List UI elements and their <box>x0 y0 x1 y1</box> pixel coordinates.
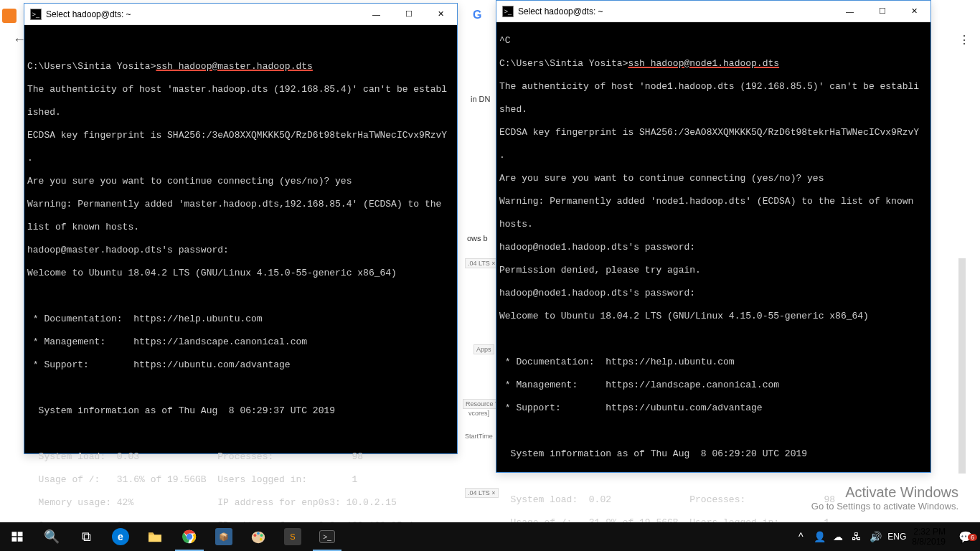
chrome-menu-icon[interactable]: ⋮ <box>958 33 970 47</box>
taskbar[interactable]: 🔍 ⧉ e 📦 S >_ ^ 👤 ☁ 🖧 🔊 ENG 2:32 PM 8/8/2… <box>0 522 980 551</box>
ssh-command: ssh hadoop@master.hadoop.dts <box>156 61 312 72</box>
paint-icon <box>250 528 267 545</box>
terminal-icon: >_ <box>30 9 42 20</box>
task-view-icon: ⧉ <box>82 529 91 545</box>
svg-point-10 <box>260 534 263 537</box>
bg-text-owsb: ows b <box>467 234 488 242</box>
minimize-button[interactable]: — <box>834 1 866 22</box>
paint-button[interactable] <box>241 522 275 551</box>
close-button[interactable]: ✕ <box>425 4 457 24</box>
chrome-icon <box>181 528 198 545</box>
search-icon: 🔍 <box>44 529 60 545</box>
cmd-button[interactable]: >_ <box>310 522 344 551</box>
network-icon[interactable]: 🖧 <box>850 531 863 542</box>
file-explorer-button[interactable] <box>138 522 172 551</box>
bg-label-starttime: StartTime <box>463 432 495 441</box>
edge-button[interactable]: e <box>103 522 138 551</box>
terminal-output[interactable]: C:\Users\Sintia Yosita>ssh hadoop@master… <box>24 25 457 551</box>
volume-icon[interactable]: 🔊 <box>869 531 882 542</box>
search-button[interactable]: 🔍 <box>34 522 69 551</box>
virtualbox-icon: 📦 <box>215 528 232 545</box>
terminal-window-master[interactable]: >_ Select hadoop@dts: ~ — ☐ ✕ C:\Users\S… <box>24 3 458 454</box>
task-view-button[interactable]: ⧉ <box>69 522 103 551</box>
titlebar[interactable]: >_ Select hadoop@dts: ~ — ☐ ✕ <box>496 1 930 22</box>
maximize-button[interactable]: ☐ <box>866 1 898 22</box>
windows-icon <box>9 528 26 545</box>
activate-windows-watermark: Activate Windows Go to Settings to activ… <box>811 484 958 512</box>
language-indicator[interactable]: ENG <box>887 532 900 542</box>
svg-rect-3 <box>18 537 23 542</box>
svg-rect-2 <box>12 537 17 542</box>
clock-date: 8/8/2019 <box>912 537 946 547</box>
edge-icon: e <box>112 528 129 545</box>
clock[interactable]: 2:32 PM 8/8/2019 <box>906 527 951 547</box>
window-title: Select hadoop@dts: ~ <box>518 6 834 17</box>
cmd-icon: >_ <box>319 530 335 543</box>
sublime-button[interactable]: S <box>275 522 310 551</box>
tray-chevron-icon[interactable]: ^ <box>794 531 807 542</box>
svg-rect-0 <box>12 532 17 536</box>
svg-point-8 <box>254 534 257 537</box>
clock-time: 2:32 PM <box>912 527 946 537</box>
chrome-button[interactable] <box>172 522 207 551</box>
system-tray[interactable]: ^ 👤 ☁ 🖧 🔊 ENG <box>788 531 906 542</box>
bg-text-dn: in DN <box>471 95 491 103</box>
action-center-button[interactable]: 💬 6 <box>951 530 980 544</box>
people-icon[interactable]: 👤 <box>813 531 826 542</box>
virtualbox-button[interactable]: 📦 <box>207 522 241 551</box>
close-button[interactable]: ✕ <box>898 1 930 22</box>
minimize-button[interactable]: — <box>360 4 392 24</box>
maximize-button[interactable]: ☐ <box>392 4 425 24</box>
svg-point-11 <box>260 538 263 541</box>
sublime-icon: S <box>284 528 301 545</box>
start-button[interactable] <box>0 522 34 551</box>
chrome-g-icon: G <box>473 7 497 23</box>
bg-label-apps: Apps <box>473 344 494 354</box>
bg-label-vcores: vcores] <box>466 409 491 418</box>
bg-label-lts2: .04 LTS × <box>465 488 499 498</box>
titlebar[interactable]: >_ Select hadoop@dts: ~ — ☐ ✕ <box>24 4 457 25</box>
bg-scrollbar[interactable] <box>958 258 966 474</box>
stackoverflow-icon <box>2 9 17 23</box>
svg-point-9 <box>257 532 260 535</box>
ssh-command: ssh hadoop@node1.hadoop.dts <box>628 58 779 69</box>
bg-label-lts1: .04 LTS × <box>465 258 499 268</box>
terminal-icon: >_ <box>502 6 514 17</box>
notification762f: 6 <box>968 534 977 541</box>
folder-icon <box>146 528 164 545</box>
onedrive-icon[interactable]: ☁ <box>831 531 844 542</box>
terminal-window-node1[interactable]: >_ Select hadoop@dts: ~ — ☐ ✕ ^C C:\User… <box>496 0 931 473</box>
window-title: Select hadoop@dts: ~ <box>46 9 360 19</box>
terminal-output[interactable]: ^C C:\Users\Sintia Yosita>ssh hadoop@nod… <box>496 22 930 551</box>
svg-rect-1 <box>18 532 23 536</box>
